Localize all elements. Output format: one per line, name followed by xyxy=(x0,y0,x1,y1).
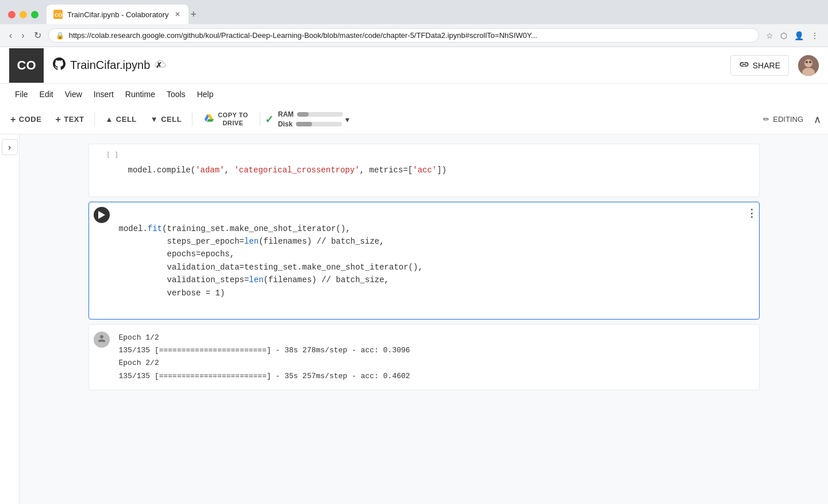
output-line-4: 135/135 [========================] - 35s… xyxy=(119,370,754,383)
new-tab-button[interactable]: + xyxy=(191,9,197,21)
cell-compile-code[interactable]: model.compile('adam', 'categorical_cross… xyxy=(124,144,759,197)
add-text-button[interactable]: + TEXT xyxy=(49,111,90,128)
cell-compile: [ ] model.compile('adam', 'categorical_c… xyxy=(88,144,760,197)
collapse-toolbar-button[interactable]: ∧ xyxy=(811,111,823,128)
ram-disk-area: RAM Disk xyxy=(278,110,343,128)
menu-button[interactable]: ⋮ xyxy=(808,29,821,43)
user-avatar[interactable] xyxy=(798,55,819,76)
forward-button[interactable]: › xyxy=(19,28,26,43)
cell-output-wrapper: Epoch 1/2 135/135 [=====================… xyxy=(79,324,769,390)
colab-header: CO TrainCifar.ipynb ✗ SHARE xyxy=(0,47,828,84)
bookmark-button[interactable]: ☆ xyxy=(764,29,776,43)
url-bar[interactable]: 🔒 https://colab.research.google.com/gith… xyxy=(48,28,759,43)
github-icon xyxy=(53,57,66,74)
menu-insert[interactable]: Insert xyxy=(88,87,120,101)
editing-label: EDITING xyxy=(773,115,803,124)
colab-app: CO TrainCifar.ipynb ✗ SHARE xyxy=(0,47,828,504)
notebook-name: TrainCifar.ipynb xyxy=(70,59,150,72)
sidebar-toggle-button[interactable]: › xyxy=(2,139,18,155)
reload-button[interactable]: ↻ xyxy=(32,28,44,43)
tab-bar: CO TrainCifar.ipynb - Colaboratory ✕ + xyxy=(0,0,828,24)
output-line-2: 135/135 [========================] - 38s… xyxy=(119,344,754,357)
menu-bar: File Edit View Insert Runtime Tools Help xyxy=(0,84,828,105)
active-tab[interactable]: CO TrainCifar.ipynb - Colaboratory ✕ xyxy=(47,5,188,24)
tab-title: TrainCifar.ipynb - Colaboratory xyxy=(67,10,169,19)
svg-text:✗: ✗ xyxy=(156,61,162,70)
menu-help[interactable]: Help xyxy=(191,87,219,101)
tab-close-icon[interactable]: ✕ xyxy=(174,9,182,20)
cell-fit: model.fit(training_set.make_one_shot_ite… xyxy=(88,202,760,320)
menu-file[interactable]: File xyxy=(9,87,34,101)
cell-execution-count: [ ] xyxy=(106,151,119,159)
cell-down-label: CELL xyxy=(161,115,182,124)
disk-progress-fill xyxy=(296,122,312,126)
cast-button[interactable]: ⬡ xyxy=(778,29,790,43)
cell-compile-wrapper: [ ] model.compile('adam', 'categorical_c… xyxy=(79,144,769,197)
disk-row: Disk xyxy=(278,120,343,128)
toolbar-divider-1 xyxy=(94,113,95,126)
notebook-area[interactable]: [ ] model.compile('adam', 'categorical_c… xyxy=(20,134,828,504)
tab-favicon: CO xyxy=(53,10,63,19)
text-label: TEXT xyxy=(64,115,84,124)
output-line-1: Epoch 1/2 xyxy=(119,332,754,344)
cell-fit-code[interactable]: model.fit(training_set.make_one_shot_ite… xyxy=(114,202,744,319)
arrow-down-icon: ▼ xyxy=(151,115,158,124)
close-button[interactable] xyxy=(8,11,16,18)
move-cell-up-button[interactable]: ▲ CELL xyxy=(99,111,142,127)
pencil-icon: ✏ xyxy=(763,115,769,124)
output-avatar xyxy=(89,325,114,389)
toolbar: + CODE + TEXT ▲ CELL ▼ CELL COPY TODRIVE… xyxy=(0,105,828,134)
colab-logo-text: CO xyxy=(17,58,36,73)
arrow-up-icon: ▲ xyxy=(105,115,113,124)
connection-checkmark: ✓ xyxy=(265,113,274,126)
run-cell-button[interactable] xyxy=(94,207,110,223)
svg-point-7 xyxy=(809,61,811,63)
output-line-3: Epoch 2/2 xyxy=(119,357,754,370)
svg-text:CO: CO xyxy=(55,12,63,18)
disk-label: Disk xyxy=(278,120,292,128)
sidebar-toggle: › xyxy=(0,134,20,504)
cell-output: Epoch 1/2 135/135 [=====================… xyxy=(88,324,760,390)
share-button[interactable]: SHARE xyxy=(730,55,789,76)
share-link-icon xyxy=(739,59,749,72)
svg-point-4 xyxy=(804,59,812,67)
cell-fit-wrapper: model.fit(training_set.make_one_shot_ite… xyxy=(79,202,769,320)
notebook-title-area: TrainCifar.ipynb ✗ xyxy=(53,57,166,74)
copy-to-drive-button[interactable]: COPY TODRIVE xyxy=(197,108,255,130)
person-icon xyxy=(97,333,107,347)
menu-edit[interactable]: Edit xyxy=(34,87,59,101)
window-controls xyxy=(0,11,47,18)
cell-fit-inner: model.fit(training_set.make_one_shot_ite… xyxy=(89,202,759,319)
ram-progress-fill xyxy=(297,112,309,117)
menu-runtime[interactable]: Runtime xyxy=(120,87,161,101)
menu-tools[interactable]: Tools xyxy=(161,87,191,101)
avatar-circle xyxy=(94,332,110,348)
cell-up-label: CELL xyxy=(116,115,137,124)
menu-view[interactable]: View xyxy=(59,87,88,101)
cell-gutter-compile: [ ] xyxy=(89,144,124,197)
drive-icon xyxy=(204,113,214,126)
user-profile-button[interactable]: 👤 xyxy=(792,29,806,43)
move-cell-down-button[interactable]: ▼ CELL xyxy=(145,111,187,127)
header-actions: SHARE xyxy=(730,55,819,76)
plus-icon: + xyxy=(10,114,16,125)
add-code-button[interactable]: + CODE xyxy=(5,111,47,128)
editing-button[interactable]: ✏ EDITING xyxy=(757,111,809,127)
notebook-no-wifi-icon[interactable]: ✗ xyxy=(155,58,166,72)
cell-more-button[interactable]: ⋮ xyxy=(746,207,757,220)
back-button[interactable]: ‹ xyxy=(7,28,14,43)
browser-chrome: CO TrainCifar.ipynb - Colaboratory ✕ + ‹… xyxy=(0,0,828,47)
colab-logo: CO xyxy=(9,48,44,83)
minimize-button[interactable] xyxy=(20,11,27,18)
ram-label: RAM xyxy=(278,110,294,118)
toolbar-divider-2 xyxy=(192,113,192,126)
security-icon: 🔒 xyxy=(56,32,64,40)
address-bar: ‹ › ↻ 🔒 https://colab.research.google.co… xyxy=(0,24,828,47)
notebook-title: TrainCifar.ipynb ✗ xyxy=(53,57,166,74)
ram-progress-bar xyxy=(297,112,343,117)
toolbar-divider-3 xyxy=(260,113,260,126)
share-label: SHARE xyxy=(753,61,780,70)
ram-dropdown-button[interactable]: ▾ xyxy=(345,115,349,124)
maximize-button[interactable] xyxy=(31,11,38,18)
disk-progress-bar xyxy=(296,122,342,126)
